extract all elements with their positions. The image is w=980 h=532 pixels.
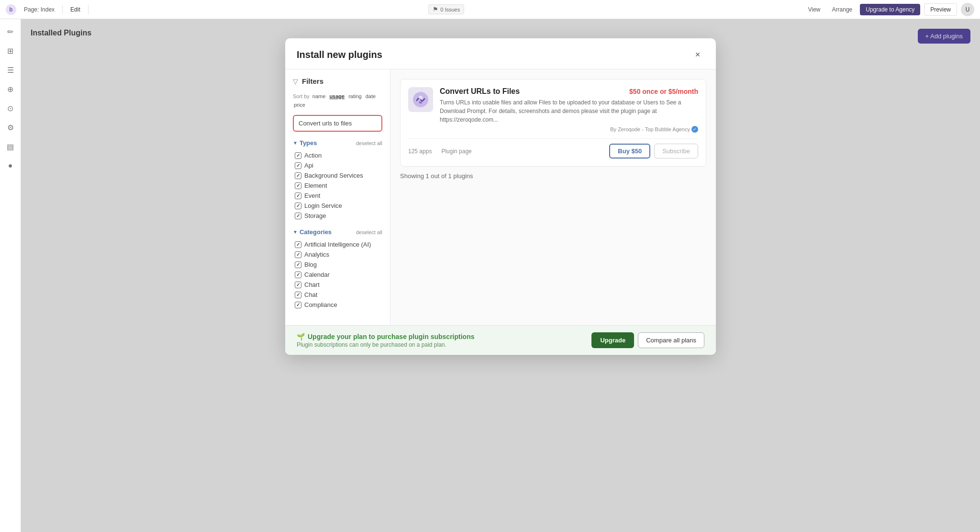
plugin-meta: 125 apps Plugin page — [408, 148, 472, 155]
sort-label: Sort by — [293, 93, 310, 99]
filter-item-chart[interactable]: Chart — [293, 280, 382, 290]
filter-checkbox-blog[interactable] — [295, 261, 301, 268]
sidebar-icon-globe[interactable]: ● — [2, 157, 19, 174]
topbar-divider — [62, 5, 63, 14]
topbar-center: ⚑ 0 Issues — [96, 4, 797, 14]
filter-checkbox-analytics[interactable] — [295, 251, 301, 258]
filter-item-event[interactable]: Event — [293, 191, 382, 201]
sidebar-icon-pencil[interactable]: ✏ — [2, 23, 19, 40]
topbar-divider2 — [88, 5, 89, 14]
filters-panel: ▽ Filters Sort by name usage rating date… — [285, 69, 390, 325]
app-logo[interactable]: b — [6, 4, 16, 15]
filter-item-chat[interactable]: Chat — [293, 290, 382, 300]
arrange-btn[interactable]: Arrange — [828, 4, 857, 15]
plugin-author: By Zeroqode - Top Bubble Agency ✓ — [440, 126, 698, 133]
filter-item-compliance[interactable]: Compliance — [293, 300, 382, 310]
banner-text-block: 🌱 Upgrade your plan to purchase plugin s… — [297, 333, 591, 348]
sidebar-icon-chart[interactable]: ▤ — [2, 138, 19, 155]
issues-badge: ⚑ 0 Issues — [428, 4, 464, 14]
filter-item-api[interactable]: Api — [293, 160, 382, 170]
filter-item-background-services[interactable]: Background Services — [293, 170, 382, 181]
filter-checkbox-element[interactable] — [295, 182, 301, 189]
filter-item-element[interactable]: Element — [293, 181, 382, 191]
filter-checkbox-api[interactable] — [295, 162, 301, 169]
sidebar-icon-add[interactable]: ⊕ — [2, 80, 19, 98]
upgrade-agency-button[interactable]: Upgrade to Agency — [860, 4, 920, 15]
sort-price[interactable]: price — [293, 102, 306, 108]
plugin-description: Turns URLs into usable files and allow F… — [440, 98, 698, 124]
filter-checkbox-storage[interactable] — [295, 213, 301, 219]
filter-checkbox-chart[interactable] — [295, 282, 301, 288]
sort-rating[interactable]: rating — [347, 93, 363, 100]
filter-checkbox-calendar[interactable] — [295, 272, 301, 278]
filter-icon: ▽ — [293, 78, 298, 85]
topbar: b Page: Index Edit ⚑ 0 Issues View Arran… — [0, 0, 980, 19]
sidebar-icon-list[interactable]: ☰ — [2, 61, 19, 79]
upgrade-button[interactable]: Upgrade — [591, 332, 634, 348]
filter-item-action[interactable]: Action — [293, 150, 382, 160]
plugin-price: $50 once or $5/month — [629, 88, 698, 95]
banner-icon: 🌱 — [297, 333, 305, 340]
sort-name[interactable]: name — [312, 93, 327, 100]
plugin-name-row: Convert URLs to Files $50 once or $5/mon… — [440, 87, 698, 96]
filter-item-analytics[interactable]: Analytics — [293, 249, 382, 260]
user-avatar[interactable]: U — [961, 3, 974, 16]
filter-checkbox-compliance[interactable] — [295, 302, 301, 308]
modal-header: Install new plugins × — [285, 38, 716, 69]
filter-item-calendar[interactable]: Calendar — [293, 270, 382, 280]
types-section-header: ▼ Types deselect all — [293, 139, 382, 147]
filter-checkbox-ai[interactable] — [295, 241, 301, 248]
filter-checkbox-chat[interactable] — [295, 292, 301, 298]
filters-header: ▽ Filters — [293, 77, 382, 85]
topbar-right: View Arrange Upgrade to Agency Preview U — [804, 3, 974, 16]
categories-deselect-all[interactable]: deselect all — [356, 229, 382, 235]
banner-actions: Upgrade Compare all plans — [591, 332, 704, 348]
types-chevron-icon: ▼ — [293, 140, 298, 146]
results-panel: Convert URLs to Files $50 once or $5/mon… — [390, 69, 716, 325]
verified-icon: ✓ — [691, 126, 698, 133]
preview-button[interactable]: Preview — [924, 3, 957, 16]
edit-label[interactable]: Edit — [70, 6, 80, 13]
categories-section-title[interactable]: ▼ Categories — [293, 228, 332, 236]
filter-item-login-service[interactable]: Login Service — [293, 201, 382, 211]
subscribe-button[interactable]: Subscribe — [654, 144, 698, 158]
buy-button[interactable]: Buy $50 — [609, 144, 650, 158]
filter-checkbox-background-services[interactable] — [295, 172, 301, 179]
sidebar-icon-circle[interactable]: ⊙ — [2, 100, 19, 117]
modal-overlay: Install new plugins × ▽ Filters Sort by — [21, 19, 980, 532]
sort-row: Sort by name usage rating date price — [293, 93, 382, 108]
search-input[interactable] — [293, 115, 382, 132]
sidebar-icon-settings[interactable]: ⚙ — [2, 119, 19, 136]
filter-checkbox-login-service[interactable] — [295, 203, 301, 209]
filter-item-blog[interactable]: Blog — [293, 260, 382, 270]
main-layout: ✏ ⊞ ☰ ⊕ ⊙ ⚙ ▤ ● Installed Plugins + Add … — [0, 19, 980, 532]
filter-item-ai[interactable]: Artificial Intelligence (AI) — [293, 239, 382, 249]
sort-usage[interactable]: usage — [328, 93, 345, 100]
plugin-page-link[interactable]: Plugin page — [441, 148, 471, 155]
plugin-card-bottom: 125 apps Plugin page Buy $50 Subscribe — [408, 138, 698, 158]
install-plugins-modal: Install new plugins × ▽ Filters Sort by — [285, 38, 716, 355]
results-count: Showing 1 out of 1 plugins — [400, 172, 706, 180]
filter-item-storage[interactable]: Storage — [293, 211, 382, 221]
filter-checkbox-action[interactable] — [295, 152, 301, 159]
filter-checkbox-event[interactable] — [295, 192, 301, 199]
compare-plans-button[interactable]: Compare all plans — [638, 332, 704, 348]
plugin-name: Convert URLs to Files — [440, 87, 520, 96]
categories-chevron-icon: ▼ — [293, 229, 298, 235]
plugin-author-badge: By Zeroqode - Top Bubble Agency ✓ — [610, 126, 698, 133]
plugin-card: Convert URLs to Files $50 once or $5/mon… — [400, 79, 706, 167]
sort-date[interactable]: date — [365, 93, 377, 100]
banner-subtitle: Plugin subscriptions can only be purchas… — [297, 341, 591, 348]
filters-title: Filters — [302, 77, 323, 85]
sidebar-icon-grid[interactable]: ⊞ — [2, 42, 19, 59]
view-btn[interactable]: View — [804, 4, 824, 15]
types-section-title[interactable]: ▼ Types — [293, 139, 317, 147]
modal-close-button[interactable]: × — [691, 48, 704, 61]
upgrade-banner: 🌱 Upgrade your plan to purchase plugin s… — [285, 325, 716, 355]
plugin-info: Convert URLs to Files $50 once or $5/mon… — [440, 87, 698, 133]
types-deselect-all[interactable]: deselect all — [356, 140, 382, 146]
content-area: Installed Plugins + Add plugins Install … — [21, 19, 980, 532]
page-label: Page: Index — [24, 6, 55, 13]
banner-title: 🌱 Upgrade your plan to purchase plugin s… — [297, 333, 591, 340]
sidebar-icons: ✏ ⊞ ☰ ⊕ ⊙ ⚙ ▤ ● — [0, 19, 21, 532]
